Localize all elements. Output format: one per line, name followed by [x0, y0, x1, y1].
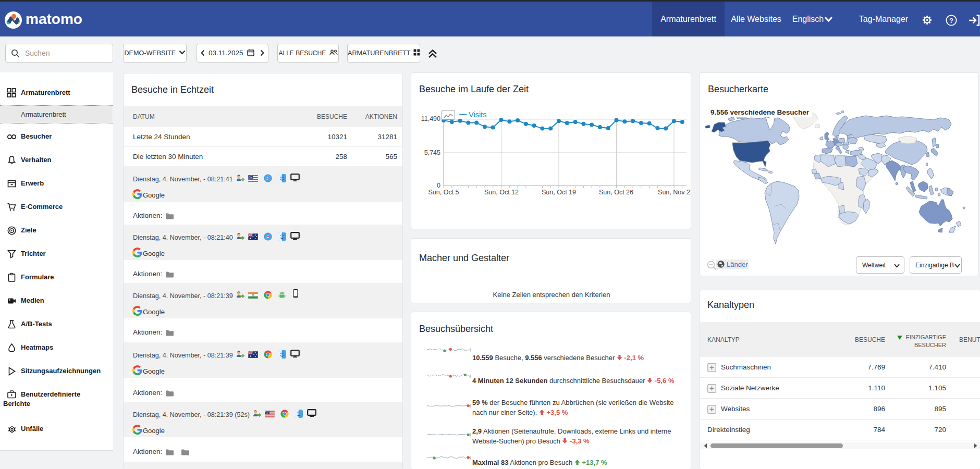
- svg-text:?: ?: [949, 17, 953, 24]
